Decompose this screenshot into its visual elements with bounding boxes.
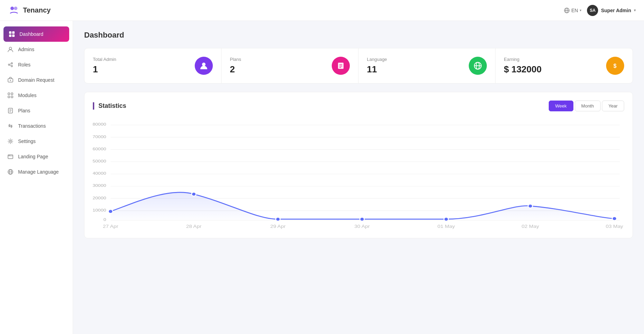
svg-rect-6 xyxy=(12,31,15,34)
statistics-section: Statistics Week Month Year xyxy=(84,92,633,238)
sidebar-item-landing-page[interactable]: Landing Page xyxy=(0,149,73,164)
stat-card-earning: Earning $ 132000 $ xyxy=(496,48,633,83)
stat-icon-language xyxy=(469,57,487,75)
chart-dot-30apr xyxy=(360,217,364,221)
chart-container: 80000 70000 60000 50000 40000 30000 2000… xyxy=(93,118,624,230)
sidebar: Dashboard Admins xyxy=(0,21,73,334)
week-button[interactable]: Week xyxy=(549,101,573,111)
sidebar-label-plans: Plans xyxy=(18,108,30,113)
landing-page-icon xyxy=(7,153,14,160)
globe-icon xyxy=(564,8,570,13)
svg-point-16 xyxy=(10,80,11,81)
svg-rect-5 xyxy=(9,31,11,34)
main-content: Dashboard Total Admin 1 xyxy=(73,21,644,334)
transactions-icon xyxy=(7,122,14,129)
chart-dot-27apr xyxy=(108,209,113,213)
svg-rect-8 xyxy=(12,34,15,37)
stat-icon-plans xyxy=(332,57,350,75)
chart-dot-03may xyxy=(612,217,617,221)
stat-info-earning: Earning $ 132000 xyxy=(504,57,541,75)
modules-icon xyxy=(7,92,14,99)
x-label-03may: 03 May xyxy=(606,224,623,229)
stat-card-total-admin: Total Admin 1 xyxy=(84,48,222,83)
sidebar-item-manage-language[interactable]: Manage Language xyxy=(0,164,73,180)
y-label-50000: 50000 xyxy=(93,159,106,164)
stat-info-plans: Plans 2 xyxy=(230,57,241,75)
logo-text: Tenancy xyxy=(23,6,51,14)
svg-point-25 xyxy=(10,141,11,142)
stat-card-plans: Plans 2 xyxy=(222,48,359,83)
chart-area-path xyxy=(111,192,614,220)
statistics-chart: 80000 70000 60000 50000 40000 30000 2000… xyxy=(93,118,624,230)
sidebar-item-settings[interactable]: Settings xyxy=(0,134,73,149)
svg-point-29 xyxy=(9,155,10,156)
y-label-40000: 40000 xyxy=(93,171,106,176)
sidebar-item-dashboard[interactable]: Dashboard xyxy=(3,26,69,42)
svg-point-9 xyxy=(9,47,12,50)
sidebar-item-roles[interactable]: Roles xyxy=(0,57,73,72)
logo-icon xyxy=(8,5,19,16)
user-chevron: ▾ xyxy=(634,8,636,12)
settings-icon xyxy=(7,138,14,145)
x-label-28apr: 28 Apr xyxy=(186,224,201,229)
y-label-30000: 30000 xyxy=(93,183,106,188)
sidebar-label-modules: Modules xyxy=(18,93,37,98)
sidebar-item-transactions[interactable]: Transactions xyxy=(0,118,73,134)
sidebar-item-domain-request[interactable]: Domain Request xyxy=(0,72,73,88)
stats-row: Total Admin 1 Plans 2 xyxy=(84,48,633,84)
stat-value-language: 11 xyxy=(367,64,387,75)
page-title: Dashboard xyxy=(84,31,633,40)
svg-point-11 xyxy=(11,63,13,64)
sidebar-item-modules[interactable]: Modules xyxy=(0,88,73,103)
y-label-70000: 70000 xyxy=(93,134,106,139)
sidebar-label-manage-language: Manage Language xyxy=(18,169,59,175)
manage-language-icon xyxy=(7,168,14,175)
language-selector[interactable]: EN ▾ xyxy=(564,8,581,13)
svg-point-10 xyxy=(8,64,10,65)
header-right: EN ▾ SA Super Admin ▾ xyxy=(564,5,636,16)
year-button[interactable]: Year xyxy=(602,101,624,111)
y-label-60000: 60000 xyxy=(93,146,106,151)
user-menu[interactable]: SA Super Admin ▾ xyxy=(587,5,636,16)
x-label-29apr: 29 Apr xyxy=(270,224,285,229)
svg-line-13 xyxy=(10,64,11,64)
stat-card-language: Language 11 xyxy=(359,48,496,83)
svg-point-28 xyxy=(9,155,9,156)
sidebar-item-plans[interactable]: Plans xyxy=(0,103,73,118)
sidebar-label-settings: Settings xyxy=(18,138,36,144)
stat-value-plans: 2 xyxy=(230,64,241,75)
svg-point-1 xyxy=(14,7,17,10)
sidebar-item-admins[interactable]: Admins xyxy=(0,42,73,57)
admins-icon xyxy=(7,46,14,53)
chart-dot-29apr xyxy=(276,217,280,221)
svg-rect-18 xyxy=(11,93,13,95)
sidebar-label-landing-page: Landing Page xyxy=(18,154,48,159)
sidebar-label-roles: Roles xyxy=(18,62,31,67)
sidebar-label-domain-request: Domain Request xyxy=(18,77,54,83)
svg-rect-19 xyxy=(8,96,10,98)
stat-icon-earning: $ xyxy=(606,57,624,75)
plans-icon xyxy=(7,107,14,114)
user-avatar: SA xyxy=(587,5,598,16)
stat-label-earning: Earning xyxy=(504,57,541,62)
stat-info-language: Language 11 xyxy=(367,57,387,75)
lang-label: EN xyxy=(571,8,578,13)
lang-chevron: ▾ xyxy=(580,8,581,12)
svg-point-0 xyxy=(10,7,14,10)
x-label-01may: 01 May xyxy=(437,224,455,229)
stat-value-earning: $ 132000 xyxy=(504,64,541,75)
stat-label-total-admin: Total Admin xyxy=(93,57,116,62)
svg-point-33 xyxy=(202,63,206,66)
chart-dot-01may xyxy=(444,217,449,221)
x-label-30apr: 30 Apr xyxy=(354,224,370,229)
stat-label-language: Language xyxy=(367,57,387,62)
svg-line-14 xyxy=(10,65,11,66)
dashboard-icon xyxy=(8,31,15,38)
y-label-10000: 10000 xyxy=(93,208,106,213)
x-label-02may: 02 May xyxy=(522,224,539,229)
month-button[interactable]: Month xyxy=(575,101,601,111)
sidebar-label-transactions: Transactions xyxy=(18,123,46,129)
y-label-20000: 20000 xyxy=(93,196,106,200)
y-label-80000: 80000 xyxy=(93,122,106,127)
chart-dot-28apr xyxy=(192,192,196,196)
